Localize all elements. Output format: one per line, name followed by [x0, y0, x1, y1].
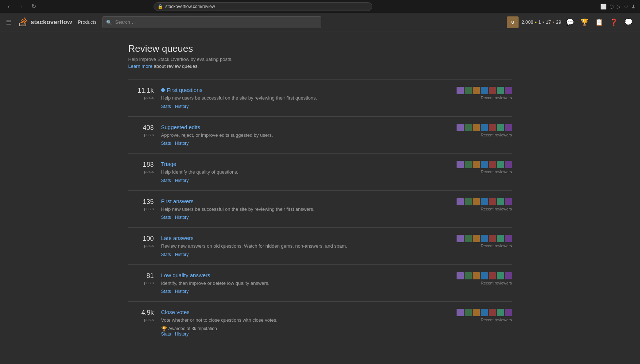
queue-links: Stats | History — [161, 289, 446, 294]
queue-links: Stats | History — [161, 141, 446, 146]
reviewer-avatar — [465, 272, 472, 279]
extensions-button[interactable]: ⬡ — [609, 4, 614, 9]
queue-count-number: 4.9k — [128, 309, 154, 317]
history-link[interactable]: History — [175, 104, 189, 109]
queue-info: Suggested edits Approve, reject, or impr… — [161, 124, 446, 146]
queue-item: 183 posts Triage Help identify the quali… — [128, 153, 512, 190]
queue-links: Stats | History — [161, 215, 446, 220]
stats-link[interactable]: Stats — [161, 332, 171, 337]
queue-info: Low quality answers Identify, then impro… — [161, 272, 446, 294]
products-menu-button[interactable]: Products — [78, 19, 96, 25]
link-separator: | — [172, 215, 174, 220]
queue-count-label: posts — [144, 132, 154, 137]
queue-name-link[interactable]: Low quality answers — [161, 272, 446, 278]
bookmark-button[interactable]: ♡ — [624, 4, 628, 9]
history-link[interactable]: History — [175, 215, 189, 220]
queue-name-link[interactable]: Suggested edits — [161, 124, 446, 130]
history-link[interactable]: History — [175, 252, 189, 257]
queue-count: 4.9k posts — [128, 309, 154, 322]
reviewer-avatar — [505, 161, 512, 168]
learn-more-line: Learn more about review queues. — [128, 63, 512, 69]
queue-right: Recent reviewers — [454, 198, 512, 211]
reviewer-avatars — [457, 309, 512, 316]
reviewer-avatar — [465, 309, 472, 316]
stats-link[interactable]: Stats — [161, 289, 171, 294]
learn-more-link[interactable]: Learn more — [128, 63, 152, 69]
reviewer-avatar — [465, 124, 472, 131]
link-separator: | — [172, 252, 174, 257]
back-button[interactable]: ‹ — [4, 2, 13, 11]
queue-name-link[interactable]: Late answers — [161, 235, 446, 241]
queue-count-label: posts — [144, 317, 154, 322]
queue-description: Review new answers on old questions. Wat… — [161, 243, 446, 250]
recent-reviewers-label: Recent reviewers — [481, 170, 512, 174]
queue-item: 4.9k posts Close votes Vote whether or n… — [128, 301, 512, 344]
queue-count-number: 135 — [128, 198, 154, 206]
queue-description: Vote whether or not to close questions w… — [161, 317, 446, 324]
screenshot-button[interactable]: ⬜ — [600, 4, 606, 9]
queue-links: Stats | History — [161, 332, 446, 337]
queue-count-number: 81 — [128, 272, 154, 280]
queue-name-link[interactable]: First answers — [161, 198, 446, 204]
reviewer-avatar — [505, 87, 512, 94]
logo-text: stackoverflow — [31, 19, 72, 26]
user-avatar[interactable]: U — [507, 16, 519, 28]
download-button[interactable]: ⬇ — [631, 4, 636, 9]
queue-name-link[interactable]: Close votes — [161, 309, 446, 315]
award-text: Awarded at 3k reputation — [168, 326, 217, 331]
reviewer-avatar — [465, 198, 472, 205]
queue-info: Close votes Vote whether or not to close… — [161, 309, 446, 337]
reviewer-avatar — [505, 235, 512, 242]
queue-right: Recent reviewers — [454, 309, 512, 322]
reload-button[interactable]: ↻ — [29, 2, 38, 11]
help-button[interactable]: ❓ — [608, 16, 620, 28]
reviewer-avatar — [473, 124, 480, 131]
queue-right: Recent reviewers — [454, 272, 512, 285]
reviewer-avatars — [457, 124, 512, 131]
reviewer-avatar — [473, 161, 480, 168]
cast-button[interactable]: ▷ — [617, 4, 621, 9]
queue-name-link[interactable]: First questions — [161, 87, 446, 93]
queue-item: 135 posts First answers Help new users b… — [128, 190, 512, 228]
queue-count-number: 100 — [128, 235, 154, 243]
link-separator: | — [172, 289, 174, 294]
reviewer-avatar — [497, 272, 504, 279]
history-link[interactable]: History — [175, 178, 189, 183]
history-link[interactable]: History — [175, 141, 189, 146]
queue-count-label: posts — [144, 169, 154, 174]
stats-link[interactable]: Stats — [161, 178, 171, 183]
link-separator: | — [172, 332, 174, 337]
inbox-button[interactable]: 💬 — [564, 16, 576, 28]
forward-button[interactable]: › — [17, 2, 26, 11]
search-input[interactable] — [102, 16, 321, 28]
search-bar: 🔍 — [102, 16, 321, 28]
page-title: Review queues — [128, 43, 512, 54]
browser-chrome: ‹ › ↻ 🔒 stackoverflow.com/review ⬜ ⬡ ▷ ♡… — [0, 0, 640, 13]
reviewer-avatar — [473, 309, 480, 316]
bronze-badge-count: 29 — [556, 19, 561, 25]
reviewer-avatar — [473, 198, 480, 205]
queue-links: Stats | History — [161, 104, 446, 109]
reviewer-avatar — [481, 87, 488, 94]
queue-name-link[interactable]: Triage — [161, 161, 446, 167]
history-link[interactable]: History — [175, 289, 189, 294]
url-bar[interactable]: 🔒 stackoverflow.com/review — [154, 2, 372, 11]
reviewer-avatar — [481, 309, 488, 316]
queue-count-number: 11.1k — [128, 87, 154, 94]
queue-count-label: posts — [144, 95, 154, 100]
site-logo[interactable]: stackoverflow — [18, 17, 72, 28]
stats-link[interactable]: Stats — [161, 104, 171, 109]
reviewer-avatar — [489, 87, 496, 94]
stats-link[interactable]: Stats — [161, 252, 171, 257]
active-dot — [161, 88, 165, 92]
stats-link[interactable]: Stats — [161, 215, 171, 220]
achievements-button[interactable]: 🏆 — [579, 16, 590, 28]
queue-item: 11.1k posts First questions Help new use… — [128, 79, 512, 116]
stats-link[interactable]: Stats — [161, 141, 171, 146]
recent-reviewers-label: Recent reviewers — [481, 133, 512, 137]
review-button[interactable]: 📋 — [593, 16, 605, 28]
hamburger-menu-button[interactable]: ☰ — [6, 18, 12, 26]
history-link[interactable]: History — [175, 332, 189, 337]
chat-button[interactable]: 💭 — [622, 16, 634, 28]
reviewer-avatar — [481, 161, 488, 168]
